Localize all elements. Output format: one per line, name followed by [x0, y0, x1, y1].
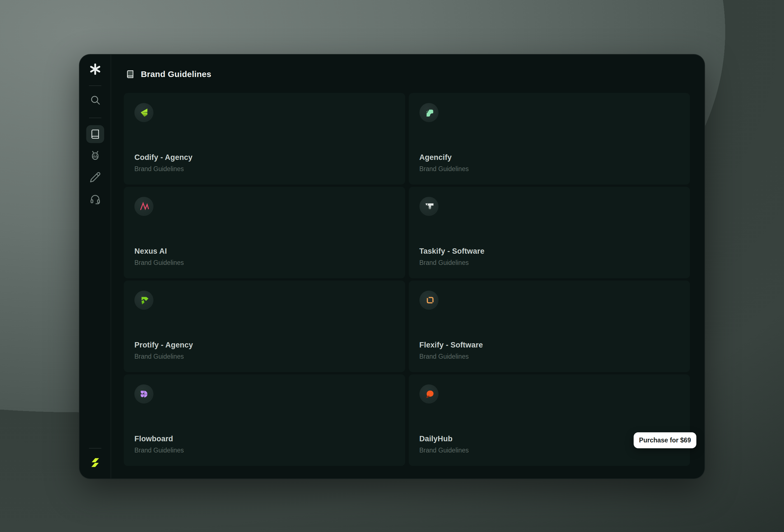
robot-icon: [90, 150, 101, 161]
page-title: Brand Guidelines: [141, 69, 212, 79]
sidebar-item-support[interactable]: [86, 190, 104, 208]
brand-card-protify[interactable]: Protify - Agency Brand Guidelines: [124, 281, 405, 372]
card-title: Flexify - Software: [419, 341, 679, 349]
card-title: Taskify - Software: [419, 247, 679, 256]
card-subtitle: Brand Guidelines: [134, 447, 394, 454]
pencil-icon: [90, 172, 101, 183]
sidebar-divider: [89, 448, 101, 449]
protify-logo-icon: [134, 291, 153, 310]
main-panel: Brand Guidelines: [111, 55, 704, 478]
desktop-background: Brand Guidelines: [0, 0, 784, 532]
app-logo-button[interactable]: [89, 63, 101, 75]
sidebar-item-library[interactable]: [86, 125, 104, 143]
card-subtitle: Brand Guidelines: [134, 353, 394, 360]
agencify-logo-icon: [419, 103, 439, 122]
card-subtitle: Brand Guidelines: [419, 165, 679, 173]
card-title: Codify - Agency: [134, 153, 394, 162]
sidebar-divider: [89, 118, 101, 118]
brand-card-grid: Codify - Agency Brand Guidelines Agencif…: [124, 93, 690, 466]
card-title: Agencify: [419, 153, 679, 162]
purchase-button[interactable]: Purchase for $69: [634, 432, 696, 448]
codify-logo-icon: [134, 103, 153, 122]
nexus-ai-logo-icon: [134, 197, 153, 216]
sidebar: [80, 55, 111, 478]
brand-card-taskify[interactable]: Taskify - Software Brand Guidelines: [409, 187, 690, 278]
card-subtitle: Brand Guidelines: [419, 353, 679, 360]
page-header: Brand Guidelines: [124, 66, 690, 82]
sidebar-item-editor[interactable]: [86, 168, 104, 186]
card-subtitle: Brand Guidelines: [134, 165, 394, 173]
flowboard-logo-icon: [134, 385, 153, 403]
card-subtitle: Brand Guidelines: [134, 259, 394, 267]
card-subtitle: Brand Guidelines: [419, 259, 679, 267]
taskify-logo-icon: [419, 197, 439, 216]
asterisk-icon: [89, 63, 101, 75]
card-title: Protify - Agency: [134, 341, 394, 349]
sidebar-item-assistant[interactable]: [86, 147, 104, 165]
bolt-s-logo-icon: [89, 457, 101, 469]
card-title: Flowboard: [134, 435, 394, 443]
brand-card-flowboard[interactable]: Flowboard Brand Guidelines: [124, 374, 405, 466]
brand-footer-logo[interactable]: [89, 456, 101, 469]
book-icon: [90, 129, 100, 139]
sidebar-divider: [89, 85, 101, 86]
flexify-logo-icon: [419, 291, 439, 310]
search-icon: [89, 94, 101, 106]
brand-card-flexify[interactable]: Flexify - Software Brand Guidelines: [409, 281, 690, 372]
brand-card-dailyhub[interactable]: DailyHub Brand Guidelines: [409, 374, 690, 466]
brand-card-agencify[interactable]: Agencify Brand Guidelines: [409, 93, 690, 185]
brand-card-codify[interactable]: Codify - Agency Brand Guidelines: [124, 93, 405, 185]
book-icon: [126, 69, 134, 79]
card-title: Nexus AI: [134, 247, 394, 256]
sidebar-item-search[interactable]: [87, 92, 103, 108]
brand-card-nexus-ai[interactable]: Nexus AI Brand Guidelines: [124, 187, 405, 278]
app-window: Brand Guidelines: [79, 54, 705, 479]
headset-icon: [90, 194, 101, 205]
dailyhub-logo-icon: [419, 385, 439, 403]
